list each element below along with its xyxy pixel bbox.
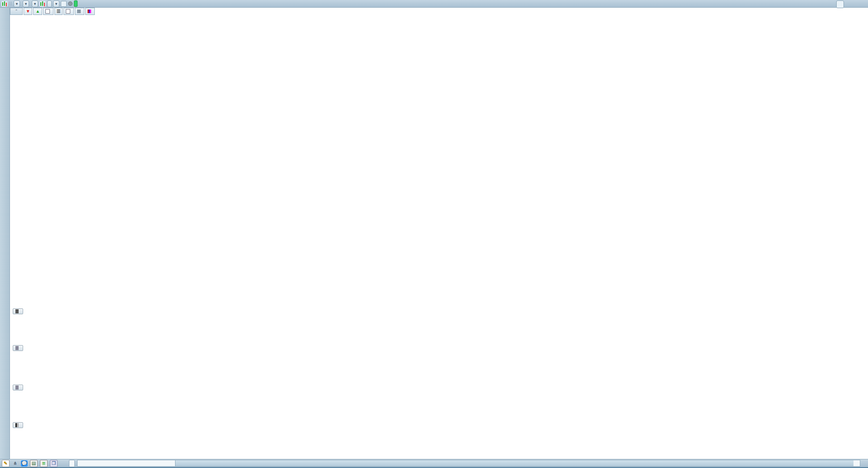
units-select[interactable]: ▾ bbox=[32, 0, 38, 7]
window-controls bbox=[836, 0, 867, 8]
scrollbar-thumb[interactable] bbox=[175, 460, 853, 466]
price-up-toggle[interactable]: ▲ bbox=[33, 8, 42, 15]
control-swatch-icon bbox=[88, 10, 91, 13]
period-select[interactable]: ▾ bbox=[23, 0, 29, 7]
app-logo-icon bbox=[1, 1, 8, 7]
panel-chip-awesome[interactable] bbox=[13, 345, 23, 351]
legend-control[interactable] bbox=[85, 8, 95, 15]
legend-cierre[interactable] bbox=[63, 8, 74, 15]
panel-chip-barra[interactable] bbox=[13, 422, 23, 428]
scroll-left-button[interactable] bbox=[69, 460, 75, 467]
notes-pencil-icon[interactable]: ✎ bbox=[2, 460, 10, 467]
indicators-button[interactable] bbox=[47, 0, 52, 7]
horizontal-scrollbar[interactable] bbox=[77, 460, 860, 467]
info-icon[interactable] bbox=[61, 1, 67, 7]
symbol-select[interactable]: ▾ bbox=[14, 0, 20, 7]
price-down-toggle[interactable]: ▼ bbox=[24, 8, 32, 15]
drawing-toolbar bbox=[0, 8, 10, 459]
panel-chip-willy[interactable] bbox=[13, 385, 23, 390]
panel-icon bbox=[15, 309, 19, 313]
collapse-left-icon[interactable] bbox=[60, 460, 67, 467]
bottom-taskbar: ✎ ⋔ 💬 ▤ ≣ ❐ bbox=[0, 459, 868, 467]
legend-precio[interactable] bbox=[43, 8, 54, 15]
workspace-icon[interactable]: ❐ bbox=[50, 460, 58, 467]
restore-button[interactable] bbox=[853, 1, 859, 7]
chart-canvas[interactable] bbox=[0, 0, 868, 468]
minimize-button[interactable] bbox=[846, 1, 852, 7]
status-dot-icon bbox=[68, 1, 73, 6]
refresh-button[interactable] bbox=[836, 0, 844, 8]
collapse-chart-button[interactable]: ⌃ bbox=[10, 8, 23, 15]
toolbar-grip-icon: ⁞⁞ bbox=[9, 1, 12, 6]
indicators-chevron[interactable]: ▾ bbox=[53, 0, 59, 7]
legend-list-button[interactable]: ☰ bbox=[54, 8, 63, 15]
panel-icon bbox=[15, 346, 19, 350]
close-button[interactable] bbox=[861, 1, 867, 7]
document-icon[interactable]: ▤ bbox=[30, 460, 38, 467]
chat-icon[interactable]: 💬 bbox=[21, 460, 28, 467]
change-badge bbox=[74, 0, 78, 7]
legend-tunel[interactable] bbox=[75, 8, 84, 15]
legend-row: ⌃ ▼ ▲ ☰ bbox=[10, 8, 95, 15]
main-toolbar: ⁞⁞ ▾ ▾ ▾ ▾ bbox=[0, 0, 868, 8]
panel-icon bbox=[15, 423, 19, 427]
precio-checkbox[interactable] bbox=[45, 9, 50, 14]
cierre-checkbox[interactable] bbox=[66, 9, 70, 14]
panel-chip-sistema[interactable] bbox=[13, 308, 23, 314]
orders-icon[interactable]: ≣ bbox=[40, 460, 48, 467]
share-icon[interactable]: ⋔ bbox=[12, 460, 19, 467]
panel-icon bbox=[15, 385, 19, 390]
tunel-swatch-icon bbox=[77, 10, 81, 13]
indicators-icon bbox=[39, 1, 46, 7]
app-window: { "toolbar": { "symbol": "RUSSELL", "tim… bbox=[0, 0, 868, 468]
